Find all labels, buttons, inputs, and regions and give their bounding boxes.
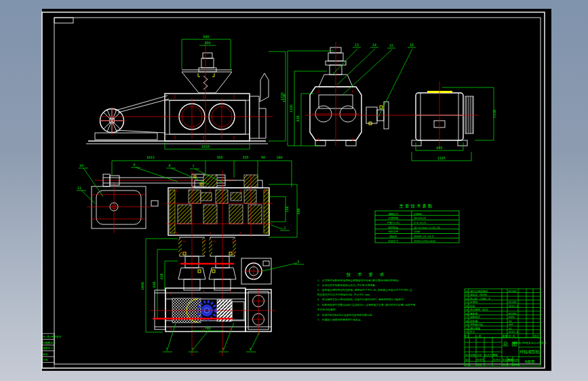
note-line: 1. 各零部件装配前必须清除全部型砂油污杂物,配合面涂润滑油防锈蚀。 — [317, 279, 401, 282]
balloon-13: 13 — [355, 43, 359, 47]
note-line: 6. 箱体内加注N320工业齿轮油至规定油面高度。 — [317, 313, 374, 317]
balloon-15: 15 — [389, 43, 393, 47]
field-design: 设计 — [465, 358, 471, 361]
bom-name: 滚动轴承 3626 — [470, 308, 488, 311]
bom-name: 电动机 Y160L-6 — [470, 297, 490, 300]
dim-plan-c5: 180 — [276, 155, 282, 159]
bom-mat: HT200 — [509, 312, 517, 315]
balloon-2: 2 — [283, 226, 286, 230]
param-val: 15kW — [414, 230, 420, 233]
note-line: 4. 滚动轴承安装可用油浴加热,油温不得超过100℃,轴承游隙按1~2级要求。 — [317, 298, 406, 301]
dim-plan-left-b: 640 — [152, 281, 156, 287]
bom-header-mat: 材 料 — [509, 334, 515, 338]
field-zone: 分区 — [477, 353, 482, 357]
bom-no: 21 — [465, 300, 469, 304]
title-block-sheet: 装配图 — [525, 359, 535, 364]
field-scale: 比例 — [513, 358, 519, 361]
note-line: 不得有冲击噪声。 — [317, 308, 338, 311]
technical-notes-title: 技 术 要 求 — [346, 272, 387, 277]
dim-plan-left-a: 1040 — [140, 282, 144, 290]
field-weight: 重量 — [508, 358, 513, 361]
rev-row: 底图总号 — [43, 346, 53, 350]
bom-mat: 45 — [509, 319, 512, 323]
balloon-14: 14 — [372, 43, 376, 47]
param-val: 16.5r/min i=23.34 — [414, 226, 441, 229]
balloon-d1: 1 — [165, 347, 168, 351]
rev-row: 旧底图总号 — [43, 341, 56, 344]
rev-row: 借(通)用件登记 — [43, 335, 62, 338]
note-line: 2. 各传动零件装配后应转动灵活,不得有卡滞现象。 — [317, 283, 378, 287]
field-standard: 标准化 — [476, 358, 485, 361]
bom-name: 皮带轮 — [470, 300, 478, 304]
bom-header-name: 名 称 — [475, 334, 482, 338]
balloon-d2: 2 — [191, 347, 193, 351]
bom-header-no: 序号 — [464, 334, 469, 338]
bom-mat: Q235-A — [509, 330, 518, 334]
param-val: 40×30×25 — [414, 216, 426, 220]
bom-no: 16 — [465, 319, 469, 323]
bom-name: 喂料螺旋 — [470, 327, 480, 330]
technical-notes: 技 术 要 求 1. 各零部件装配前必须清除全部型砂油污杂物,配合面涂润滑油防锈… — [317, 272, 416, 321]
bom-name: 调整垫片组 — [470, 323, 483, 326]
balloon-11: 11 — [77, 186, 81, 190]
bom-no: 18 — [465, 312, 469, 315]
dim-plan-right-a: 560 — [296, 208, 300, 214]
bom-header-note: 备注 — [534, 334, 539, 338]
note-line: 铅丝直径不得大于间隙值的4倍,不大于0.4mm — [317, 293, 370, 296]
bom-mat: HT200 — [509, 300, 517, 304]
bom-mat: 08F — [509, 323, 514, 326]
bom-name: 轴承座 — [470, 312, 478, 315]
field-scale-val: 1:10 — [513, 363, 520, 366]
dim-end-bottom-a: 695 — [436, 146, 442, 150]
param-key: 成型压力 — [388, 212, 398, 216]
rev-row: 签字 — [43, 353, 48, 356]
balloon-16: 16 — [410, 43, 414, 47]
bom-mat: 65Mn — [509, 315, 515, 319]
param-key: 减速机 — [389, 235, 397, 238]
param-key: 辊筒转速 — [388, 226, 398, 229]
dim-plan-right-b: 150 — [285, 206, 289, 212]
param-val: ZQ500-23.34-Ⅱ — [414, 235, 433, 238]
dim-plan-c4: 90 — [261, 155, 265, 159]
view-end-elevation: 1520 1185 830 695 1145 1120 13 14 15 16 — [282, 42, 496, 161]
balloon-7: 7 — [192, 164, 194, 168]
cad-window: 840 390 1735 1610 — [0, 0, 588, 381]
dim-plan-c3: 335 — [242, 155, 248, 159]
param-val: 4~8.5t/h — [414, 221, 426, 224]
title-block-product: 对辊成型机 — [520, 349, 540, 355]
bom-name: 齿轮轴 — [470, 319, 478, 323]
dim-bottom: 788 — [204, 326, 210, 330]
bom-no: 24 — [465, 289, 469, 293]
param-key: 球团规格 — [388, 216, 398, 220]
balloon-8: 8 — [168, 163, 170, 167]
view-bottom-section: 788 1 2 3 4 — [151, 288, 275, 352]
parameters-table-title: 主要技术参数 — [399, 203, 434, 209]
assembly-drawing: 840 390 1735 1610 — [0, 0, 588, 381]
bom-mat: HT200 — [509, 289, 517, 293]
bom-no: 14 — [465, 327, 469, 330]
parameters-table: 主要技术参数 成型压力 240kN 球团规格 40×30×25 产量(t/h) … — [375, 203, 459, 243]
dim-side-bottom: 1610 — [201, 144, 210, 148]
revision-strip: 借(通)用件登记 旧底图总号 底图总号 签字 日期 — [42, 334, 62, 368]
field-mark: 标记 — [465, 353, 471, 357]
bom-name: 料斗 — [469, 330, 475, 334]
bom-name: 减速器 ZQ500 — [470, 293, 488, 296]
balloon-d4: 4 — [249, 347, 251, 351]
note-line: 7. 外露加工表面涂防锈漆并打包装运。 — [317, 318, 364, 321]
dim-end-left-c: 830 — [296, 115, 300, 121]
dim-end-right: 1120 — [492, 110, 496, 118]
bom-no: 20 — [465, 304, 469, 308]
bom-no: 22 — [465, 297, 469, 300]
bom-no: 17 — [465, 315, 469, 319]
dim-end-bottom-b: 1145 — [437, 156, 446, 160]
bom-name: 成型辊筒 — [470, 315, 480, 319]
view-side-elevation: 840 390 1735 1610 — [86, 35, 286, 149]
field-count: 处数 — [471, 353, 476, 357]
bom-no: 13 — [465, 330, 469, 334]
rev-row: 日期 — [43, 358, 48, 361]
bom-name: 机架 — [469, 304, 475, 308]
detail-view-bearing: 5 — [241, 258, 304, 284]
dim-plan-c1: 1011 — [146, 155, 155, 159]
dim-end-left-b: 1185 — [289, 104, 293, 113]
note-line: 5. 装配后应进行空载试运转(正反转2h),各轴承温升正常,密封处不得渗漏,运转… — [317, 303, 416, 306]
